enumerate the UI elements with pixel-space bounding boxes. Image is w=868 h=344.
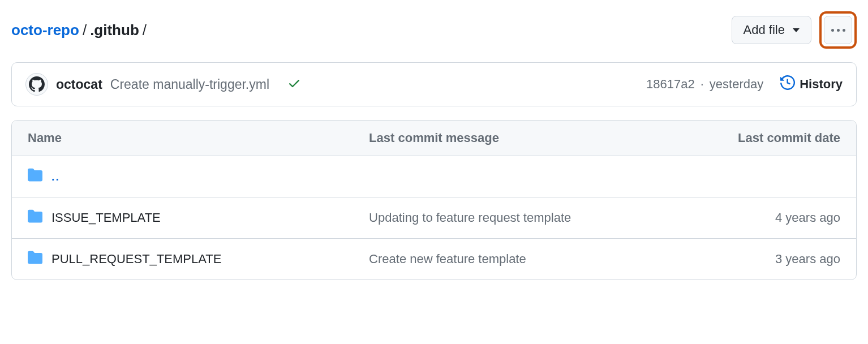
history-label: History [800, 77, 843, 92]
breadcrumb-trailing-slash: / [143, 22, 147, 39]
breadcrumb: octo-repo / .github / [11, 22, 147, 39]
table-header: Name Last commit message Last commit dat… [12, 121, 856, 156]
table-row[interactable]: ISSUE_TEMPLATE Updating to feature reque… [12, 197, 856, 239]
header-actions: Add file [732, 11, 857, 49]
breadcrumb-current: .github [90, 22, 139, 39]
file-table: Name Last commit message Last commit dat… [11, 120, 857, 280]
commit-info: octocat Create manually-trigger.yml [25, 73, 301, 96]
file-commit-msg[interactable]: Create new feature template [369, 252, 694, 266]
folder-icon [28, 250, 42, 268]
parent-dir-link[interactable]: .. [51, 170, 60, 183]
history-link[interactable]: History [780, 75, 843, 93]
file-commit-date: 4 years ago [694, 210, 840, 225]
page-header: octo-repo / .github / Add file [11, 11, 857, 49]
folder-icon [28, 167, 42, 186]
octocat-icon [29, 76, 45, 92]
check-icon[interactable] [287, 76, 301, 92]
breadcrumb-repo-link[interactable]: octo-repo [11, 22, 79, 39]
file-commit-msg[interactable]: Updating to feature request template [369, 210, 694, 225]
folder-icon [28, 209, 42, 227]
kebab-icon [831, 29, 845, 32]
header-message: Last commit message [369, 131, 694, 145]
caret-down-icon [793, 28, 800, 32]
file-commit-date: 3 years ago [694, 252, 840, 266]
commit-author[interactable]: octocat [56, 77, 102, 92]
file-name[interactable]: PULL_REQUEST_TEMPLATE [51, 252, 221, 266]
dot-separator: · [701, 77, 704, 92]
header-date: Last commit date [694, 131, 840, 145]
commit-message[interactable]: Create manually-trigger.yml [110, 77, 269, 92]
add-file-button[interactable]: Add file [732, 16, 811, 44]
add-file-label: Add file [744, 23, 785, 37]
more-options-button[interactable] [824, 16, 852, 44]
commit-sha[interactable]: 18617a2 [646, 77, 695, 92]
kebab-highlight-box [819, 11, 857, 49]
avatar[interactable] [25, 73, 48, 96]
latest-commit-card: octocat Create manually-trigger.yml 1861… [11, 62, 857, 106]
table-row-parent[interactable]: .. [12, 156, 856, 197]
header-name: Name [28, 131, 369, 145]
history-icon [780, 75, 795, 93]
commit-meta: 18617a2 · yesterday History [646, 75, 843, 93]
commit-time: yesterday [710, 77, 763, 92]
file-name[interactable]: ISSUE_TEMPLATE [51, 210, 161, 225]
table-row[interactable]: PULL_REQUEST_TEMPLATE Create new feature… [12, 239, 856, 280]
breadcrumb-separator: / [83, 22, 87, 39]
